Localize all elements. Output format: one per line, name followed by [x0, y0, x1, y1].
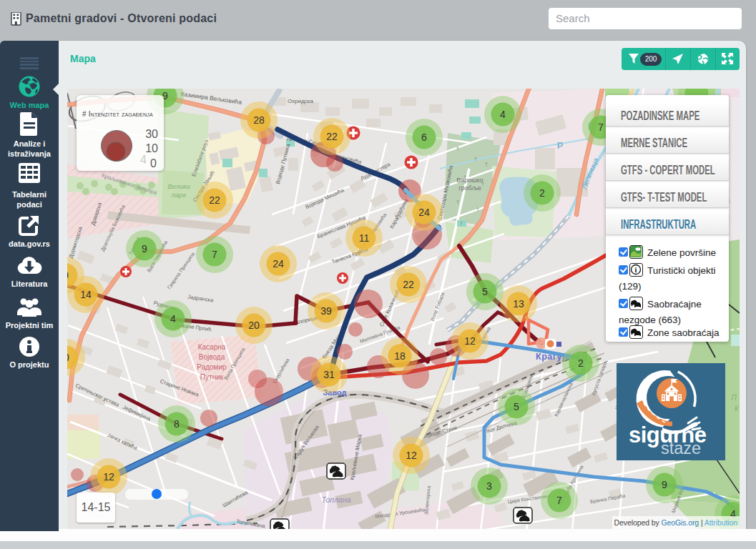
svg-text:†: †	[476, 206, 479, 212]
svg-text:4: 4	[500, 109, 506, 120]
svg-text:†: †	[474, 156, 477, 162]
svg-text:6: 6	[421, 132, 427, 143]
svg-text:2: 2	[539, 187, 545, 199]
svg-text:20: 20	[248, 320, 260, 331]
svg-text:7: 7	[212, 249, 217, 260]
svg-text:22: 22	[209, 194, 220, 206]
svg-text:14: 14	[80, 289, 92, 300]
svg-text:3: 3	[486, 480, 492, 492]
svg-text:9: 9	[142, 243, 147, 254]
svg-text:2: 2	[578, 357, 584, 369]
svg-text:18: 18	[394, 350, 406, 362]
svg-text:39: 39	[320, 305, 332, 317]
svg-text:11: 11	[359, 232, 370, 244]
svg-text:0: 0	[67, 352, 69, 363]
svg-text:†: †	[460, 220, 463, 227]
svg-text:12: 12	[464, 335, 476, 347]
svg-text:7: 7	[598, 122, 604, 133]
svg-text:†: †	[456, 199, 459, 205]
svg-text:†: †	[456, 145, 459, 152]
svg-text:22: 22	[403, 279, 414, 290]
svg-text:8: 8	[174, 418, 180, 430]
svg-text:†: †	[485, 161, 488, 167]
svg-text:4: 4	[170, 313, 176, 325]
svg-text:24: 24	[418, 207, 430, 218]
svg-text:i: i	[635, 266, 637, 274]
svg-text:31: 31	[323, 369, 335, 380]
svg-text:0: 0	[67, 269, 69, 281]
svg-text:13: 13	[513, 298, 524, 310]
svg-text:†: †	[463, 174, 466, 180]
svg-text:staze: staze	[661, 439, 701, 458]
svg-text:7: 7	[556, 495, 562, 506]
svg-text:9: 9	[662, 479, 667, 490]
svg-text:5: 5	[482, 286, 488, 297]
svg-text:22: 22	[326, 131, 338, 142]
svg-text:12: 12	[103, 471, 114, 483]
svg-text:5: 5	[514, 401, 519, 412]
svg-text:24: 24	[273, 258, 284, 269]
svg-text:†: †	[481, 181, 484, 187]
svg-text:28: 28	[253, 114, 265, 126]
svg-text:12: 12	[406, 450, 417, 461]
